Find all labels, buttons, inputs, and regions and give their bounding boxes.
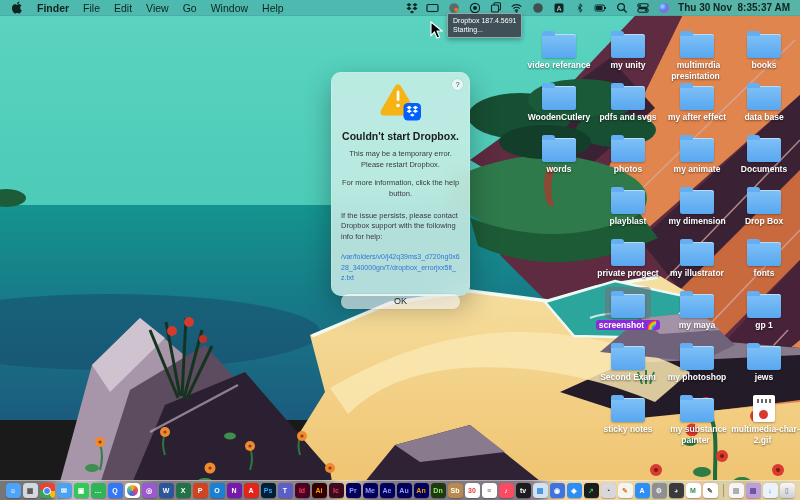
error-log-link[interactable]: /var/folders/v0/j42q39ms3_d720ng0x628_34… [341, 252, 460, 284]
siri-icon[interactable] [657, 1, 670, 14]
dock-media-encoder[interactable]: Me [363, 483, 378, 498]
dock-files[interactable]: ▤ [533, 483, 548, 498]
dock-downloads[interactable]: ↓ [763, 483, 778, 498]
desktop-icon-label: Second Exam [589, 372, 667, 383]
dock-chrome[interactable] [40, 483, 55, 498]
menu-edit[interactable]: Edit [114, 2, 132, 14]
dock-reminders[interactable]: ≡ [482, 483, 497, 498]
dock-system-settings[interactable]: ⚙ [652, 483, 667, 498]
desktop-icon-drop-box[interactable]: Drop Box [725, 183, 800, 227]
dock-notes-pencil[interactable]: ✎ [703, 483, 718, 498]
dock-mail[interactable]: ✉ [57, 483, 72, 498]
desktop-icon-gp-1[interactable]: gp 1 [725, 287, 800, 331]
dock-powerpoint[interactable]: P [193, 483, 208, 498]
dock-dimension[interactable]: Dn [431, 483, 446, 498]
menu-view[interactable]: View [146, 2, 169, 14]
screen-mirroring-icon[interactable] [426, 1, 439, 14]
dock-indesign[interactable]: Id [295, 483, 310, 498]
desktop-icon-books[interactable]: books [725, 27, 800, 71]
menu-help[interactable]: Help [262, 2, 284, 14]
bluetooth-icon[interactable] [573, 1, 586, 14]
ok-button[interactable]: OK [341, 294, 460, 309]
spotlight-icon[interactable] [615, 1, 628, 14]
help-button[interactable]: ? [452, 79, 463, 90]
desktop-icon-pdfs-and-svgs[interactable]: pdfs and svgs [589, 79, 667, 123]
dock-music[interactable]: ♪ [499, 483, 514, 498]
input-source-icon[interactable]: A [552, 1, 565, 14]
desktop-icon-label: fonts [725, 268, 800, 279]
menu-finder[interactable]: Finder [37, 2, 69, 14]
dock-photo-booth[interactable]: ◎ [142, 483, 157, 498]
desktop-icon-documents[interactable]: Documents [725, 131, 800, 175]
dock-textedit[interactable]: ✎ [618, 483, 633, 498]
dock-facetime[interactable]: ▣ [74, 483, 89, 498]
desktop-icon-label: WoodenCutlery [520, 112, 598, 123]
dock-animate[interactable]: An [414, 483, 429, 498]
desktop-icon-screenshot[interactable]: screenshot 🌈 [589, 287, 667, 331]
github-icon[interactable] [531, 1, 544, 14]
menu-go[interactable]: Go [183, 2, 197, 14]
desktop-icon-label: playblast [589, 216, 667, 227]
desktop-icon-words[interactable]: words [520, 131, 598, 175]
dock-safari[interactable]: ◈ [567, 483, 582, 498]
dock-substance-3d[interactable]: Sb [448, 483, 463, 498]
svg-text:A: A [556, 4, 561, 11]
dock-finder[interactable]: ☺ [6, 483, 21, 498]
dock-after-effects[interactable]: Ae [380, 483, 395, 498]
folder-icon [747, 294, 781, 318]
battery-icon[interactable] [594, 1, 607, 14]
dock-quicktime[interactable]: Q [108, 483, 123, 498]
dropbox-error-dialog: ? Couldn't start Dropbox. This may be a … [331, 72, 470, 296]
dock-stack[interactable]: ▤ [746, 483, 761, 498]
dock-illustrator[interactable]: Ai [312, 483, 327, 498]
dock-trash[interactable]: ▯ [780, 483, 795, 498]
dropbox-status-icon[interactable] [405, 1, 418, 14]
menu-bar-clock[interactable]: Thu 30 Nov 8:35:37 AM [678, 2, 790, 13]
dock-app-store[interactable]: A [635, 483, 650, 498]
dock-photos[interactable] [125, 483, 140, 498]
desktop-icon-woodencutlery[interactable]: WoodenCutlery [520, 79, 598, 123]
apple-logo-icon[interactable] [10, 1, 23, 14]
desktop-icon-multimedia-char-2-gif[interactable]: multimedia-char-2.gif [725, 391, 800, 445]
dock-outlook[interactable]: O [210, 483, 225, 498]
desktop-icon-label: sticky notes [589, 424, 667, 435]
dock-acrobat[interactable]: A [244, 483, 259, 498]
desktop-icon-second-exam[interactable]: Second Exam [589, 339, 667, 383]
dock: ☺▦✉▣…Q◎WXPONAPsTIdAiIcPrMeAeAuAnDnSb30≡♪… [0, 480, 800, 500]
dock-document[interactable]: ▤ [729, 483, 744, 498]
dock-calendar[interactable]: 30 [465, 483, 480, 498]
dialog-paragraph-3: If the issue persists, please contact Dr… [341, 211, 460, 244]
menu-window[interactable]: Window [211, 2, 248, 14]
desktop-icon-playblast[interactable]: playblast [589, 183, 667, 227]
dock-globe[interactable]: ◉ [550, 483, 565, 498]
desktop-icon-my-unity[interactable]: my unity [589, 27, 667, 71]
dock-launchpad[interactable]: ▦ [23, 483, 38, 498]
dock-m-app[interactable]: M [686, 483, 701, 498]
dock-premiere[interactable]: Pr [346, 483, 361, 498]
desktop-icon-private-progect[interactable]: private progect [589, 235, 667, 279]
desktop-icon-photos[interactable]: photos [589, 131, 667, 175]
folder-icon [680, 34, 714, 58]
desktop-icon-sticky-notes[interactable]: sticky notes [589, 391, 667, 435]
menu-file[interactable]: File [83, 2, 100, 14]
dock-teams[interactable]: T [278, 483, 293, 498]
desktop-icon-video-referance[interactable]: video referance [520, 27, 598, 71]
desktop-icon-fonts[interactable]: fonts [725, 235, 800, 279]
desktop-icon-data-base[interactable]: data base [725, 79, 800, 123]
control-center-icon[interactable] [636, 1, 649, 14]
dock-onenote[interactable]: N [227, 483, 242, 498]
dock-messages[interactable]: … [91, 483, 106, 498]
dock-incopy[interactable]: Ic [329, 483, 344, 498]
desktop-icon-jews[interactable]: jews [725, 339, 800, 383]
dock-audition[interactable]: Au [397, 483, 412, 498]
dock-excel[interactable]: X [176, 483, 191, 498]
dock-photoshop[interactable]: Ps [261, 483, 276, 498]
dock-stocks[interactable]: ↗ [584, 483, 599, 498]
dock-dark-sphere[interactable]: ◕ [669, 483, 684, 498]
mouse-cursor [430, 21, 443, 43]
file-icon [753, 395, 775, 422]
dock-word[interactable]: W [159, 483, 174, 498]
desktop-icon-label: words [520, 164, 598, 175]
dock-tv[interactable]: tv [516, 483, 531, 498]
dock-clock[interactable]: ◔ [601, 483, 616, 498]
